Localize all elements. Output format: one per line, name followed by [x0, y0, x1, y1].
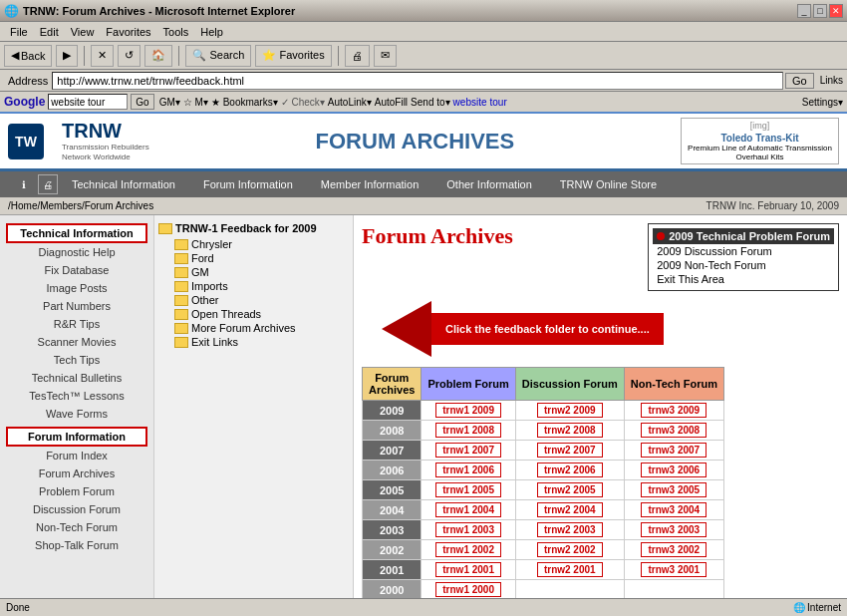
- sidebar-item-fixdb[interactable]: Fix Database: [6, 261, 147, 279]
- tree-item-gm[interactable]: GM: [174, 265, 349, 279]
- folder-icon-imports: [174, 281, 188, 292]
- menu-favorites[interactable]: Favorites: [100, 24, 156, 40]
- print-button[interactable]: 🖨: [345, 45, 370, 67]
- tree-item-chrysler[interactable]: Chrysler: [174, 237, 349, 251]
- tree-item-exitlinks[interactable]: Exit Links: [174, 335, 349, 349]
- btn-2000-p[interactable]: trnw1 2000: [435, 582, 501, 597]
- sidebar-tech-header[interactable]: Technical Information: [6, 223, 147, 243]
- stop-button[interactable]: ✕: [91, 45, 114, 67]
- btn-2002-d[interactable]: trnw2 2002: [537, 542, 603, 557]
- back-button[interactable]: ◀ Back: [4, 45, 52, 67]
- btn-2009-d[interactable]: trnw2 2009: [537, 403, 603, 418]
- google-check[interactable]: ✓ Check▾: [281, 97, 325, 108]
- go-button[interactable]: Go: [785, 73, 814, 89]
- year-cell-2004: 2004: [363, 500, 422, 520]
- btn-2002-p[interactable]: trnw1 2002: [435, 542, 501, 557]
- tree-item-ford[interactable]: Ford: [174, 251, 349, 265]
- google-website[interactable]: website: [453, 97, 487, 108]
- tree-item-imports[interactable]: Imports: [174, 279, 349, 293]
- navtab-other[interactable]: Other Information: [432, 174, 546, 194]
- btn-2003-d[interactable]: trnw2 2003: [537, 522, 603, 537]
- btn-2004-d[interactable]: trnw2 2004: [537, 502, 603, 517]
- forward-button[interactable]: ▶: [56, 45, 78, 67]
- home-button[interactable]: 🏠: [144, 45, 172, 67]
- btn-2004-p[interactable]: trnw1 2004: [435, 502, 501, 517]
- navtab-member[interactable]: Member Information: [307, 174, 432, 194]
- btn-2003-p[interactable]: trnw1 2003: [435, 522, 501, 537]
- sidebar-forum-header[interactable]: Forum Information: [6, 427, 147, 447]
- right-info-item-2[interactable]: Exit This Area: [653, 272, 834, 286]
- btn-2009-n[interactable]: trnw3 2009: [641, 403, 706, 418]
- sidebar-item-waveforms[interactable]: Wave Forms: [6, 405, 147, 423]
- right-info-item-0[interactable]: 2009 Discussion Forum: [653, 244, 834, 258]
- menu-tools[interactable]: Tools: [157, 24, 195, 40]
- sidebar-item-shoptalk[interactable]: Shop-Talk Forum: [6, 536, 147, 554]
- btn-2008-d[interactable]: trnw2 2008: [537, 423, 603, 438]
- sidebar-item-nontech[interactable]: Non-Tech Forum: [6, 518, 147, 536]
- sidebar-item-rrtips[interactable]: R&R Tips: [6, 315, 147, 333]
- btn-2005-p[interactable]: trnw1 2005: [435, 482, 501, 497]
- btn-2006-n[interactable]: trnw3 2006: [641, 462, 706, 477]
- address-input[interactable]: [52, 72, 783, 90]
- tree-item-morearchives[interactable]: More Forum Archives: [174, 321, 349, 335]
- btn-2003-n[interactable]: trnw3 2003: [641, 522, 706, 537]
- minimize-button[interactable]: _: [797, 4, 811, 18]
- tree-root-item[interactable]: TRNW-1 Feedback for 2009: [158, 221, 349, 235]
- google-autofill[interactable]: AutoFill: [375, 97, 408, 108]
- sidebar-item-problemforum[interactable]: Problem Forum: [6, 482, 147, 500]
- sidebar-item-forumarchives[interactable]: Forum Archives: [6, 464, 147, 482]
- search-button[interactable]: 🔍 Search: [185, 45, 251, 67]
- btn-2005-n[interactable]: trnw3 2005: [641, 482, 706, 497]
- btn-2001-n[interactable]: trnw3 2001: [641, 562, 706, 577]
- forum-archives-title: Forum Archives: [362, 223, 513, 249]
- btn-2004-n[interactable]: trnw3 2004: [641, 502, 706, 517]
- btn-2007-p[interactable]: trnw1 2007: [435, 443, 501, 458]
- btn-2008-n[interactable]: trnw3 2008: [641, 423, 706, 438]
- menu-help[interactable]: Help: [194, 24, 229, 40]
- google-go-button[interactable]: Go: [131, 94, 153, 110]
- maximize-button[interactable]: □: [813, 4, 827, 18]
- mail-button[interactable]: ✉: [374, 45, 397, 67]
- btn-2001-p[interactable]: trnw1 2001: [435, 562, 501, 577]
- sidebar-item-scannermovies[interactable]: Scanner Movies: [6, 333, 147, 351]
- zone-icon: 🌐: [793, 602, 805, 613]
- sidebar-item-testech[interactable]: TesTech™ Lessons: [6, 387, 147, 405]
- btn-2005-d[interactable]: trnw2 2005: [537, 482, 603, 497]
- sidebar-item-diagnostic[interactable]: Diagnostic Help: [6, 243, 147, 261]
- google-settings[interactable]: Settings▾: [802, 97, 843, 108]
- sidebar-item-techbulletins[interactable]: Technical Bulletins: [6, 369, 147, 387]
- favorites-button[interactable]: ⭐ Favorites: [255, 45, 331, 67]
- close-button[interactable]: ✕: [829, 4, 843, 18]
- refresh-button[interactable]: ↺: [118, 45, 141, 67]
- tree-item-other[interactable]: Other: [174, 293, 349, 307]
- navtab-store[interactable]: TRNW Online Store: [546, 174, 671, 194]
- google-sendto[interactable]: Send to▾: [411, 97, 449, 108]
- col-header-problem: Problem Forum: [422, 368, 515, 401]
- sidebar-item-forumindex[interactable]: Forum Index: [6, 447, 147, 464]
- btn-2008-p[interactable]: trnw1 2008: [435, 423, 501, 438]
- right-info-item-1[interactable]: 2009 Non-Tech Forum: [653, 258, 834, 272]
- menu-edit[interactable]: Edit: [34, 24, 65, 40]
- google-bookmarks[interactable]: ★ Bookmarks▾: [211, 97, 278, 108]
- forum-table: ForumArchives Problem Forum Discussion F…: [362, 367, 724, 616]
- google-tour[interactable]: tour: [490, 97, 507, 108]
- btn-2007-n[interactable]: trnw3 2007: [641, 443, 706, 458]
- navtab-forum[interactable]: Forum Information: [189, 174, 307, 194]
- sidebar-item-imageposts[interactable]: Image Posts: [6, 279, 147, 297]
- sidebar-item-partnumbers[interactable]: Part Numbers: [6, 297, 147, 315]
- google-search-input[interactable]: [48, 94, 128, 110]
- menu-view[interactable]: View: [65, 24, 101, 40]
- btn-2007-d[interactable]: trnw2 2007: [537, 443, 603, 458]
- sidebar-item-discussionforum[interactable]: Discussion Forum: [6, 500, 147, 518]
- btn-2009-p[interactable]: trnw1 2009: [435, 403, 501, 418]
- btn-2006-d[interactable]: trnw2 2006: [537, 462, 603, 477]
- btn-2006-p[interactable]: trnw1 2006: [435, 462, 501, 477]
- btn-2001-d[interactable]: trnw2 2001: [537, 562, 603, 577]
- google-autolink[interactable]: AutoLink▾: [328, 97, 372, 108]
- menu-file[interactable]: File: [4, 24, 34, 40]
- sidebar-item-techtips[interactable]: Tech Tips: [6, 351, 147, 369]
- tree-item-openthreads[interactable]: Open Threads: [174, 307, 349, 321]
- navtab-technical[interactable]: Technical Information: [58, 174, 189, 194]
- btn-2002-n[interactable]: trnw3 2002: [641, 542, 706, 557]
- google-mail[interactable]: ☆ M▾: [183, 97, 208, 108]
